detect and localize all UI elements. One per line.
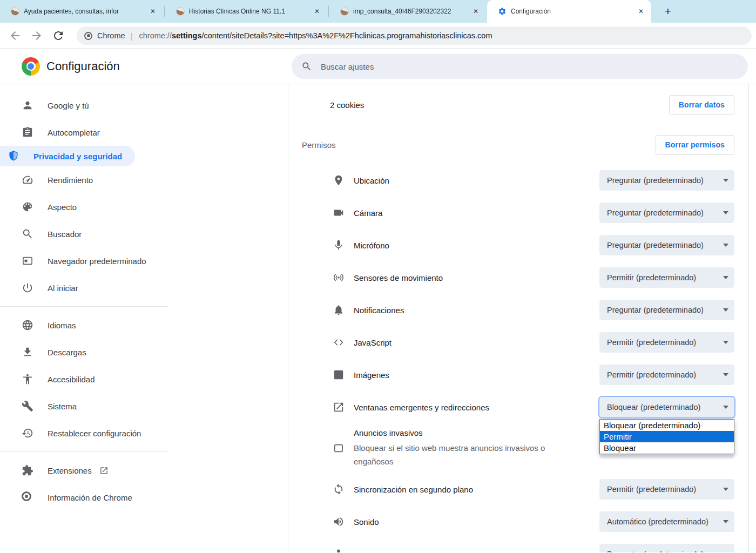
permission-row-javascript: JavaScript Permitir (predeterminado) [288, 326, 748, 359]
palette-icon [22, 201, 33, 213]
permission-select-ventanas-open[interactable]: Bloquear (predeterminado) Bloquear (pred… [599, 397, 734, 417]
omnibox-separator: | [131, 31, 133, 41]
url-scheme: chrome:// [139, 31, 171, 40]
dropdown-caret-icon [723, 211, 728, 214]
permission-row-camara: Cámara Preguntar (predeterminado) [288, 197, 748, 229]
sidebar-item-label: Autocompletar [48, 128, 100, 137]
permission-label: Imágenes [354, 370, 599, 380]
globe-icon [22, 319, 33, 331]
sidebar-item-aspecto[interactable]: Aspecto [0, 193, 168, 220]
clear-data-button[interactable]: Borrar datos [669, 95, 734, 115]
sync-icon [332, 483, 345, 496]
forward-icon[interactable] [30, 29, 43, 42]
permission-select-sensores[interactable]: Permitir (predeterminado) [599, 267, 734, 288]
sidebar-item-descargas[interactable]: Descargas [0, 339, 168, 366]
permission-select-sonido[interactable]: Automático (predeterminado) [599, 511, 734, 532]
sidebar-item-label: Rendimiento [48, 176, 93, 185]
sidebar-item-label: Al iniciar [48, 284, 78, 293]
open-in-new-icon [332, 401, 345, 414]
sidebar-item-restablecer[interactable]: Restablecer configuración [0, 420, 168, 447]
sidebar-item-al-iniciar[interactable]: Al iniciar [0, 274, 168, 301]
option-permitir-highlighted[interactable]: Permitir [600, 431, 734, 442]
tab-imp-consulta[interactable]: imp_consulta_40I46F2903202322 ✕ [329, 0, 486, 23]
sidebar-item-autocompletar[interactable]: Autocompletar [0, 119, 168, 146]
dropdown-caret-icon [723, 308, 728, 312]
option-bloquear-predeterminado[interactable]: Bloquear (predeterminado) [600, 420, 734, 431]
reload-icon[interactable] [52, 29, 65, 42]
permission-select-camara[interactable]: Preguntar (predeterminado) [599, 203, 734, 223]
permission-select-javascript[interactable]: Permitir (predeterminado) [599, 332, 734, 353]
tab-title: imp_consulta_40I46F2903202322 [353, 8, 468, 15]
open-in-new-icon [99, 466, 109, 475]
motion-sensors-icon [332, 271, 345, 284]
sidebar-item-label: Descargas [48, 348, 86, 357]
sidebar-item-info-chrome[interactable]: Información de Chrome [0, 484, 168, 511]
permission-label: Sensores de movimiento [354, 273, 599, 282]
site-favicon [176, 7, 185, 16]
close-icon[interactable]: ✕ [312, 6, 322, 16]
clear-permissions-button[interactable]: Borrar permisos [656, 135, 734, 155]
sidebar-item-accesibilidad[interactable]: Accesibilidad [0, 366, 168, 393]
sidebar-item-label: Google y tú [48, 101, 89, 110]
back-icon[interactable] [9, 29, 22, 42]
option-bloquear[interactable]: Bloquear [600, 442, 734, 454]
speaker-icon [332, 515, 345, 528]
permission-select-sincronizacion[interactable]: Permitir (predeterminado) [599, 479, 734, 500]
permission-subtitle: Bloquear si el sitio web muestra anuncio… [354, 441, 580, 469]
search-input[interactable] [321, 62, 670, 71]
close-icon[interactable]: ✕ [148, 6, 158, 16]
sidebar-item-google[interactable]: Google y tú [0, 92, 168, 119]
permission-row-microfono: Micrófono Preguntar (predeterminado) [288, 229, 748, 261]
power-icon [22, 282, 33, 294]
dropdown-caret-icon [723, 373, 728, 376]
sidebar-item-navegador[interactable]: Navegador predeterminado [0, 247, 168, 274]
restore-history-icon [22, 427, 33, 439]
close-icon[interactable]: ✕ [636, 6, 646, 16]
image-icon [332, 368, 345, 381]
tab-title: Configuración [511, 8, 633, 15]
settings-search[interactable] [292, 54, 748, 79]
ads-icon [332, 442, 345, 455]
settings-header: Configuración [0, 49, 756, 84]
sidebar-item-buscador[interactable]: Buscador [0, 220, 168, 247]
permission-select-notificaciones[interactable]: Preguntar (predeterminado) [599, 300, 734, 320]
sidebar-item-rendimiento[interactable]: Rendimiento [0, 166, 168, 193]
wrench-icon [22, 400, 33, 412]
tab-ayuda-pacientes[interactable]: Ayuda pacientes, consultas, infor ✕ [0, 0, 163, 23]
sidebar-item-idiomas[interactable]: Idiomas [0, 312, 168, 339]
sidebar-item-extensiones[interactable]: Extensiones [0, 457, 168, 484]
dropdown-caret-icon [723, 341, 728, 344]
permission-label: Cámara [354, 208, 599, 218]
omnibox-brand-text: Chrome [97, 31, 125, 40]
shield-icon [8, 150, 19, 162]
tab-historias-clinicas[interactable]: Historias Clínicas Online NG 11.1 ✕ [165, 0, 327, 23]
url-path: /content/siteDetails?site=https%3A%2F%2F… [202, 31, 492, 40]
cookies-row: 2 cookies Borrar datos [288, 84, 748, 125]
permission-row-imagenes: Imágenes Permitir (predeterminado) [288, 359, 748, 391]
site-favicon [11, 7, 19, 16]
permission-label: Ubicación [354, 176, 599, 185]
cookies-count: 2 cookies [330, 100, 364, 110]
permission-select-microfono[interactable]: Preguntar (predeterminado) [599, 235, 734, 255]
permission-label: Anuncios invasivos [354, 428, 599, 437]
address-bar[interactable]: Chrome | chrome://settings/content/siteD… [77, 26, 752, 45]
search-icon [22, 228, 33, 240]
permission-row-sensores: Sensores de movimiento Permitir (predete… [288, 261, 748, 294]
person-icon [22, 99, 33, 111]
sidebar-item-sistema[interactable]: Sistema [0, 393, 168, 420]
tab-title: Ayuda pacientes, consultas, infor [24, 8, 145, 15]
permission-select-imagenes[interactable]: Permitir (predeterminado) [599, 365, 734, 385]
close-icon[interactable]: ✕ [471, 6, 481, 16]
location-icon [332, 174, 345, 187]
permissions-label: Permisos [302, 140, 336, 150]
permission-text-block: Anuncios invasivos Bloquear si el sitio … [354, 428, 599, 469]
sidebar-item-label: Buscador [48, 230, 82, 239]
permission-row-notificaciones: Notificaciones Preguntar (predeterminado… [288, 294, 748, 326]
permission-select-ubicacion[interactable]: Preguntar (predeterminado) [599, 170, 734, 191]
new-tab-button[interactable]: + [660, 3, 676, 19]
permission-select-partial[interactable]: Preguntar (predeterminado) [599, 544, 734, 552]
tab-configuracion-active[interactable]: Configuración ✕ [487, 0, 651, 23]
sidebar-item-privacidad-selected[interactable]: Privacidad y seguridad [0, 146, 135, 166]
settings-main: Google y tú Autocompletar Privacidad y s… [0, 84, 756, 552]
browser-window-icon [22, 255, 33, 267]
